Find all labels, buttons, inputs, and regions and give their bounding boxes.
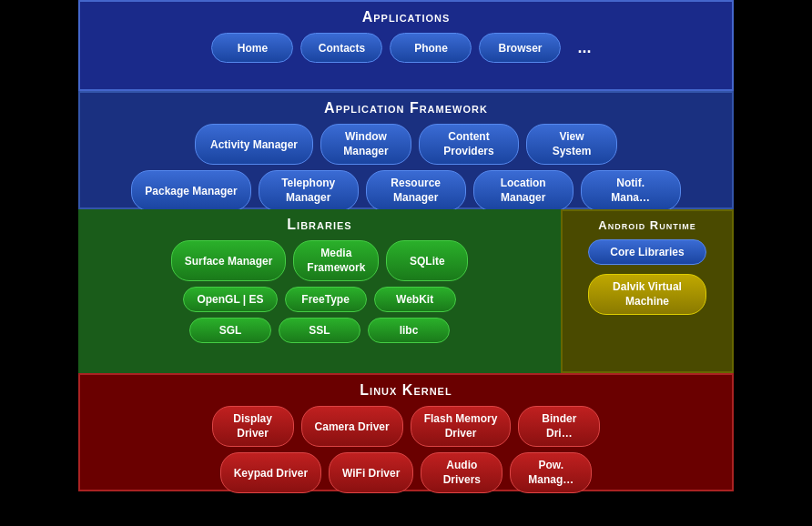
btn-contacts[interactable]: Contacts bbox=[300, 33, 382, 63]
libraries-row2: OpenGL | ES FreeType WebKit bbox=[87, 287, 552, 312]
btn-camera-driver[interactable]: Camera Driver bbox=[301, 406, 403, 447]
kernel-row1: DisplayDriver Camera Driver Flash Memory… bbox=[91, 406, 721, 447]
applications-section: Applications Home Contacts Phone Browser… bbox=[78, 0, 734, 91]
btn-resource-manager[interactable]: ResourceManager bbox=[366, 170, 466, 211]
applications-title: Applications bbox=[362, 9, 451, 25]
btn-flash-memory-driver[interactable]: Flash MemoryDriver bbox=[411, 406, 512, 447]
applications-buttons: Home Contacts Phone Browser ... bbox=[91, 33, 721, 63]
btn-audio-drivers[interactable]: AudioDrivers bbox=[421, 452, 502, 493]
btn-opengl[interactable]: OpenGL | ES bbox=[183, 287, 277, 312]
btn-dalvik-vm[interactable]: Dalvik VirtualMachine bbox=[588, 274, 706, 315]
btn-keypad-driver[interactable]: Keypad Driver bbox=[220, 452, 321, 493]
btn-sqlite[interactable]: SQLite bbox=[386, 240, 468, 281]
android-architecture-diagram: Applications Home Contacts Phone Browser… bbox=[78, 0, 734, 526]
btn-notification-manager[interactable]: Notif.Mana… bbox=[581, 170, 681, 211]
btn-surface-manager[interactable]: Surface Manager bbox=[171, 240, 287, 281]
app-framework-section: Application Framework Activity Manager W… bbox=[78, 91, 734, 209]
btn-phone[interactable]: Phone bbox=[390, 33, 472, 63]
btn-package-manager[interactable]: Package Manager bbox=[131, 170, 250, 211]
btn-webkit[interactable]: WebKit bbox=[374, 287, 456, 312]
btn-view-system[interactable]: ViewSystem bbox=[526, 124, 617, 165]
app-framework-title: Application Framework bbox=[324, 100, 488, 116]
btn-activity-manager[interactable]: Activity Manager bbox=[195, 124, 313, 165]
btn-home[interactable]: Home bbox=[211, 33, 293, 63]
android-runtime-title: Android Runtime bbox=[598, 218, 695, 232]
btn-location-manager[interactable]: LocationManager bbox=[473, 170, 573, 211]
btn-content-providers[interactable]: ContentProviders bbox=[419, 124, 519, 165]
app-framework-row2: Package Manager TelephonyManager Resourc… bbox=[91, 170, 721, 211]
btn-wifi-driver[interactable]: WiFi Driver bbox=[329, 452, 413, 493]
btn-telephony-manager[interactable]: TelephonyManager bbox=[259, 170, 359, 211]
linux-kernel-section: Linux Kernel DisplayDriver Camera Driver… bbox=[78, 373, 734, 491]
middle-section: Libraries Surface Manager MediaFramework… bbox=[78, 209, 734, 373]
android-runtime-section: Android Runtime Core Libraries Dalvik Vi… bbox=[561, 209, 734, 373]
libraries-section: Libraries Surface Manager MediaFramework… bbox=[78, 209, 561, 373]
btn-sgl[interactable]: SGL bbox=[189, 318, 271, 343]
libraries-title: Libraries bbox=[287, 217, 351, 233]
btn-freetype[interactable]: FreeType bbox=[285, 287, 367, 312]
libraries-row3: SGL SSL libc bbox=[87, 318, 552, 343]
btn-more[interactable]: ... bbox=[568, 33, 600, 63]
btn-display-driver[interactable]: DisplayDriver bbox=[212, 406, 294, 447]
btn-window-manager[interactable]: WindowManager bbox=[320, 124, 411, 165]
btn-libc[interactable]: libc bbox=[368, 318, 450, 343]
kernel-row2: Keypad Driver WiFi Driver AudioDrivers P… bbox=[91, 452, 721, 493]
app-framework-row1: Activity Manager WindowManager ContentPr… bbox=[91, 124, 721, 165]
btn-browser[interactable]: Browser bbox=[479, 33, 561, 63]
libraries-row1: Surface Manager MediaFramework SQLite bbox=[87, 240, 552, 281]
btn-ssl[interactable]: SSL bbox=[279, 318, 360, 343]
linux-kernel-title: Linux Kernel bbox=[360, 382, 452, 399]
btn-core-libraries[interactable]: Core Libraries bbox=[588, 239, 706, 265]
btn-power-manager[interactable]: Pow.Manag… bbox=[510, 452, 592, 493]
btn-binder-driver[interactable]: BinderDri… bbox=[518, 406, 600, 447]
btn-media-framework[interactable]: MediaFramework bbox=[293, 240, 379, 281]
